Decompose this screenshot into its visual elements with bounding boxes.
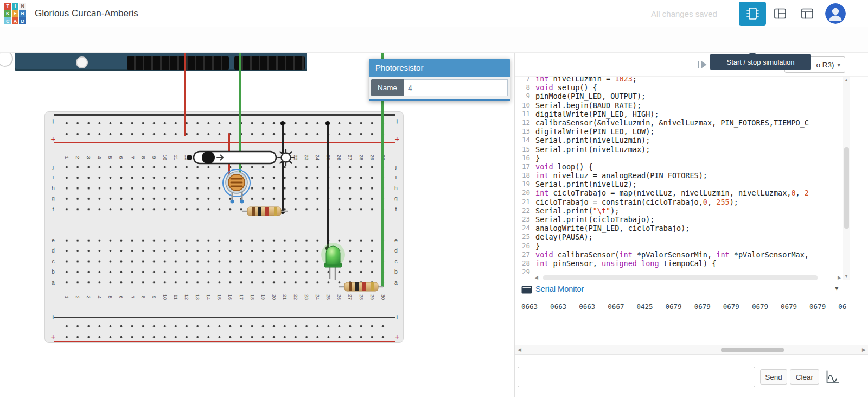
serial-graph-toggle[interactable] [822, 367, 843, 387]
code-line: 12calibraSensor(&nivelLuzmin, &nivelLuzm… [515, 118, 843, 127]
line-number: 20 [515, 188, 535, 197]
serial-value: 0679 [694, 303, 711, 311]
autosave-status: All changes saved [651, 9, 717, 18]
terminal-dot[interactable] [240, 200, 244, 204]
debug-step-button[interactable] [695, 59, 709, 71]
scroll-left-arrow[interactable]: ◀ [534, 275, 538, 280]
serial-value: 0679 [809, 303, 826, 311]
code-line: 23Serial.print(cicloTrabajo); [515, 215, 843, 224]
code-line: 21cicloTrabajo = constrain(cicloTrabajo,… [515, 198, 843, 206]
line-number: 11 [515, 110, 535, 118]
serial-value: 0663 [521, 303, 538, 311]
wire-end [280, 121, 285, 125]
simulation-tooltip: Start / stop simulation [710, 54, 811, 70]
scroll-left-arrow[interactable]: ◀ [518, 347, 521, 352]
line-number: 8 [515, 83, 535, 92]
step-play-icon [696, 59, 708, 71]
resistor[interactable] [339, 282, 383, 291]
logo-tile: I [12, 3, 19, 10]
chip-icon [744, 5, 761, 22]
scroll-right-arrow[interactable]: ▶ [862, 347, 866, 352]
collapse-caret-icon[interactable]: ▾ [835, 284, 839, 292]
component-name-input[interactable] [404, 79, 508, 96]
logo-tile: E [12, 10, 19, 17]
tinkercad-circuits-app: TINKERCAD Glorious Curcan-Amberis All ch… [0, 0, 868, 397]
scroll-up-arrow[interactable]: ▲ [843, 78, 850, 83]
code-line: 9pinMode(PIN_LED, OUTPUT); [515, 92, 843, 100]
serial-input[interactable] [518, 367, 755, 387]
line-number: 14 [515, 136, 535, 144]
code-line: 27void calibraSensor(int *pValorSensorMi… [515, 250, 843, 259]
code-line: 24analogWrite(PIN_LED, cicloTrabajo); [515, 224, 843, 232]
code-line: 16} [515, 154, 843, 162]
slider-knob[interactable] [202, 151, 215, 164]
serial-monitor-output[interactable]: 0663066306630667042506790679067906790679… [515, 297, 868, 345]
scrollbar-thumb[interactable] [844, 147, 849, 229]
code-line: 22Serial.print("\t"); [515, 206, 843, 215]
line-number: 12 [515, 118, 535, 127]
line-number: 23 [515, 215, 535, 224]
tinkercad-logo[interactable]: TINKERCAD [4, 3, 26, 24]
waveform-icon [824, 369, 840, 385]
code-line: 20int cicloTrabajo = map(nivelLuz, nivel… [515, 188, 843, 197]
line-number: 17 [515, 162, 535, 171]
line-number: 28 [515, 259, 535, 268]
code-line: 10Serial.begin(BAUD_RATE); [515, 101, 843, 110]
logo-tile: K [4, 10, 11, 17]
line-number: 15 [515, 145, 535, 154]
wire-end [326, 121, 330, 125]
panel-layout-button[interactable] [773, 7, 788, 21]
code-line: 28int pinSensor, unsigned long tiempoCal… [515, 259, 843, 268]
logo-tile: T [4, 3, 11, 10]
light-slider[interactable] [187, 149, 294, 166]
code-line: 25delay(PAUSA); [515, 232, 843, 241]
scrollbar-thumb[interactable] [543, 275, 818, 280]
chevron-down-icon: ▾ [837, 61, 840, 68]
scroll-down-arrow[interactable]: ▼ [843, 274, 850, 279]
serial-value: 0663 [550, 303, 566, 311]
code-editor[interactable]: 7int nivelLuzmin = 1023;8void setup() {9… [515, 53, 843, 280]
table-icon [800, 7, 814, 21]
components-layer [0, 53, 514, 397]
user-avatar[interactable] [825, 3, 846, 24]
code-vertical-scrollbar[interactable]: ▲ ▼ [843, 77, 850, 280]
line-number: 18 [515, 171, 535, 180]
line-number: 21 [515, 198, 535, 206]
panel-top-strip: o R3) ▾ [515, 53, 868, 77]
serial-horizontal-scrollbar[interactable]: ◀ ▶ [515, 345, 868, 355]
name-label: Name [371, 79, 404, 96]
terminal-dot[interactable] [231, 200, 234, 204]
resistor[interactable] [242, 207, 288, 216]
photoresistor[interactable] [223, 169, 250, 204]
code-panel: 7int nivelLuzmin = 1023;8void setup() {9… [514, 53, 868, 397]
logo-tile: R [19, 10, 26, 17]
line-number: 27 [515, 250, 535, 259]
serial-value: 0679 [781, 303, 797, 311]
circuit-canvas[interactable]: − + − + 12345678910111213141516171819202… [0, 53, 514, 397]
line-number: 10 [515, 101, 535, 110]
logo-tile: N [19, 3, 26, 10]
serial-send-button[interactable]: Send [760, 369, 787, 385]
serial-monitor-icon [521, 286, 532, 294]
panel-layout-icon [773, 7, 787, 21]
edit-toolbar [0, 27, 868, 53]
design-title[interactable]: Glorious Curcan-Amberis [35, 8, 138, 19]
line-number: 13 [515, 127, 535, 136]
led-green[interactable] [321, 243, 345, 280]
code-line: 17void loop() { [515, 162, 843, 171]
slider-min-dot [187, 155, 192, 160]
scrollbar-thumb[interactable] [721, 348, 784, 352]
serial-value: 0663 [579, 303, 595, 311]
serial-value: 0667 [608, 303, 624, 311]
code-line: 11digitalWrite(PIN_LED, HIGH); [515, 110, 843, 118]
list-view-button[interactable] [800, 7, 815, 21]
serial-clear-button[interactable]: Clear [790, 369, 819, 385]
avatar-icon [825, 3, 846, 24]
serial-value: 0679 [723, 303, 739, 311]
line-number: 25 [515, 232, 535, 241]
line-number: 9 [515, 92, 535, 100]
circuit-view-button[interactable] [739, 2, 766, 26]
scroll-right-arrow[interactable]: ▶ [838, 275, 841, 280]
serial-monitor-header[interactable]: Serial Monitor ▾ [515, 281, 868, 297]
code-line: 13digitalWrite(PIN_LED, LOW); [515, 127, 843, 136]
